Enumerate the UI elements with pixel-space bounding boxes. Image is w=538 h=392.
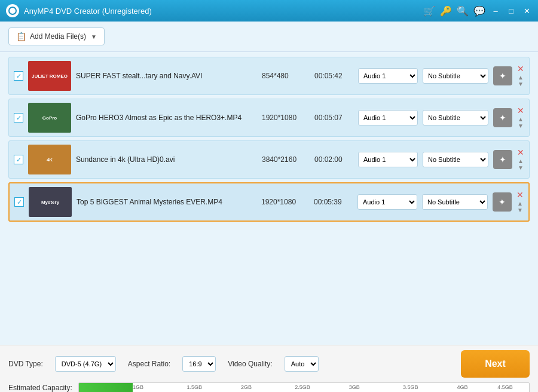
media-subtitle-select-3[interactable]: No Subtitle <box>423 152 488 167</box>
media-edit-button-2[interactable]: ✦ <box>493 108 512 127</box>
minimize-button[interactable]: – <box>490 5 501 16</box>
capacity-bar: 0.5GB 1GB 1.5GB 2GB 2.5GB 3GB 3.5GB 4GB … <box>78 382 530 392</box>
thumb-label: GoPro <box>41 114 58 122</box>
media-resolution-4: 1920*1080 <box>261 198 309 206</box>
media-edit-button-4[interactable]: ✦ <box>493 192 512 212</box>
media-row: JULIET ROMEO SUPER FAST stealt...tary an… <box>8 57 530 95</box>
dvd-type-select[interactable]: DVD-5 (4.7G) <box>55 356 116 372</box>
video-quality-label: Video Quality: <box>228 360 273 368</box>
bottom-controls-row: DVD Type: DVD-5 (4.7G) Aspect Ratio: 16:… <box>8 350 530 378</box>
add-dropdown-arrow: ▼ <box>91 33 97 40</box>
edit-icon: ✦ <box>499 71 506 81</box>
close-button[interactable]: ✕ <box>521 5 532 16</box>
app-logo <box>6 4 19 17</box>
key-icon[interactable]: 🔑 <box>440 5 452 17</box>
info-icon[interactable]: 💬 <box>473 5 485 17</box>
arrow-down-icon[interactable]: ▼ <box>517 207 523 213</box>
app-title: AnyMP4 DVD Creator (Unregistered) <box>24 7 423 16</box>
media-audio-select-2[interactable]: Audio 1 <box>358 110 418 125</box>
media-resolution-2: 1920*1080 <box>262 114 310 122</box>
media-checkbox-3[interactable] <box>14 155 23 164</box>
media-audio-select-4[interactable]: Audio 1 <box>357 194 417 210</box>
cap-tick-8: 4.5GB <box>497 384 513 390</box>
capacity-label: Estimated Capacity: <box>8 384 72 392</box>
media-delete-4[interactable]: ✕ <box>516 191 524 199</box>
cap-tick-3: 2GB <box>241 384 252 390</box>
media-delete-1[interactable]: ✕ <box>517 65 524 73</box>
media-edit-button-1[interactable]: ✦ <box>493 66 512 85</box>
toolbar: 📋 Add Media File(s) ▼ <box>0 22 538 52</box>
media-checkbox-4[interactable] <box>14 197 24 207</box>
media-title-3: Sundance in 4k (Ultra HD)0.avi <box>76 155 257 164</box>
media-reorder-3[interactable]: ▲ ▼ <box>518 158 524 171</box>
media-thumbnail-2: GoPro <box>28 103 71 133</box>
media-side-controls-2: ✕ ▲ ▼ <box>517 106 524 129</box>
search-icon[interactable]: 🔍 <box>457 5 469 17</box>
title-bar: AnyMP4 DVD Creator (Unregistered) 🛒 🔑 🔍 … <box>0 0 538 22</box>
media-delete-3[interactable]: ✕ <box>517 148 524 157</box>
media-subtitle-select-2[interactable]: No Subtitle <box>423 110 488 125</box>
add-media-label: Add Media File(s) <box>30 32 86 41</box>
aspect-ratio-label: Aspect Ratio: <box>128 360 170 368</box>
media-reorder-4[interactable]: ▲ ▼ <box>517 200 523 213</box>
dvd-type-label: DVD Type: <box>8 360 43 368</box>
media-reorder-2[interactable]: ▲ ▼ <box>518 116 524 129</box>
media-edit-button-3[interactable]: ✦ <box>493 150 512 169</box>
media-reorder-1[interactable]: ▲ ▼ <box>518 74 524 87</box>
media-audio-select-1[interactable]: Audio 1 <box>358 68 418 84</box>
arrow-up-icon[interactable]: ▲ <box>518 158 524 164</box>
media-thumbnail-1: JULIET ROMEO <box>28 61 71 91</box>
edit-icon: ✦ <box>499 155 506 164</box>
arrow-up-icon[interactable]: ▲ <box>518 74 524 81</box>
media-title-4: Top 5 BIGGEST Animal Mysteries EVER.MP4 <box>77 198 256 206</box>
arrow-up-icon[interactable]: ▲ <box>518 116 524 122</box>
media-thumbnail-4: Mystery <box>29 187 72 217</box>
thumb-label: 4K <box>45 156 54 164</box>
cap-tick-7: 4GB <box>457 384 467 390</box>
media-thumbnail-3: 4K <box>28 145 71 174</box>
thumb-label: JULIET ROMEO <box>30 72 69 80</box>
aspect-ratio-select[interactable]: 16:9 <box>182 356 216 372</box>
media-side-controls-4: ✕ ▲ ▼ <box>516 191 524 213</box>
arrow-down-icon[interactable]: ▼ <box>518 81 524 87</box>
cap-tick-4: 2.5GB <box>295 384 310 390</box>
add-file-icon: 📋 <box>16 32 26 41</box>
media-side-controls-3: ✕ ▲ ▼ <box>517 148 524 171</box>
media-side-controls-1: ✕ ▲ ▼ <box>517 65 524 87</box>
media-resolution-1: 854*480 <box>262 72 310 80</box>
arrow-down-icon[interactable]: ▼ <box>518 164 524 171</box>
capacity-row: Estimated Capacity: 0.5GB 1GB 1.5GB 2GB … <box>8 382 530 392</box>
bottom-bar: DVD Type: DVD-5 (4.7G) Aspect Ratio: 16:… <box>0 345 538 392</box>
media-duration-2: 00:05:07 <box>314 114 353 122</box>
add-media-button[interactable]: 📋 Add Media File(s) ▼ <box>8 27 105 45</box>
media-duration-4: 00:05:39 <box>314 198 353 206</box>
media-resolution-3: 3840*2160 <box>262 155 310 164</box>
video-quality-select[interactable]: Auto <box>285 356 319 372</box>
capacity-fill <box>79 383 133 392</box>
edit-icon: ✦ <box>499 197 506 207</box>
cart-icon[interactable]: 🛒 <box>423 5 435 17</box>
media-subtitle-select-1[interactable]: No Subtitle <box>423 68 488 84</box>
media-row: 4K Sundance in 4k (Ultra HD)0.avi 3840*2… <box>8 140 530 179</box>
cap-tick-1: 1GB <box>133 384 143 390</box>
thumb-label: Mystery <box>40 198 60 206</box>
media-checkbox-1[interactable] <box>14 71 23 81</box>
arrow-up-icon[interactable]: ▲ <box>517 200 523 207</box>
next-button[interactable]: Next <box>461 350 530 378</box>
arrow-down-icon[interactable]: ▼ <box>518 122 524 129</box>
cap-tick-5: 3GB <box>349 384 360 390</box>
edit-icon: ✦ <box>499 113 506 122</box>
media-title-1: SUPER FAST stealt...tary and Navy.AVI <box>76 72 257 80</box>
cap-tick-6: 3.5GB <box>403 384 418 390</box>
media-title-2: GoPro HERO3 Almost as Epic as the HERO3+… <box>76 114 257 122</box>
media-duration-1: 00:05:42 <box>314 72 353 80</box>
media-checkbox-2[interactable] <box>14 113 23 122</box>
media-duration-3: 00:02:00 <box>314 155 353 164</box>
media-subtitle-select-4[interactable]: No Subtitle <box>422 194 488 210</box>
media-delete-2[interactable]: ✕ <box>517 106 524 115</box>
media-row: Mystery Top 5 BIGGEST Animal Mysteries E… <box>8 182 530 222</box>
maximize-button[interactable]: □ <box>506 5 516 16</box>
media-row: GoPro GoPro HERO3 Almost as Epic as the … <box>8 99 530 137</box>
media-audio-select-3[interactable]: Audio 1 <box>358 152 418 167</box>
media-list-area: JULIET ROMEO SUPER FAST stealt...tary an… <box>0 52 538 345</box>
